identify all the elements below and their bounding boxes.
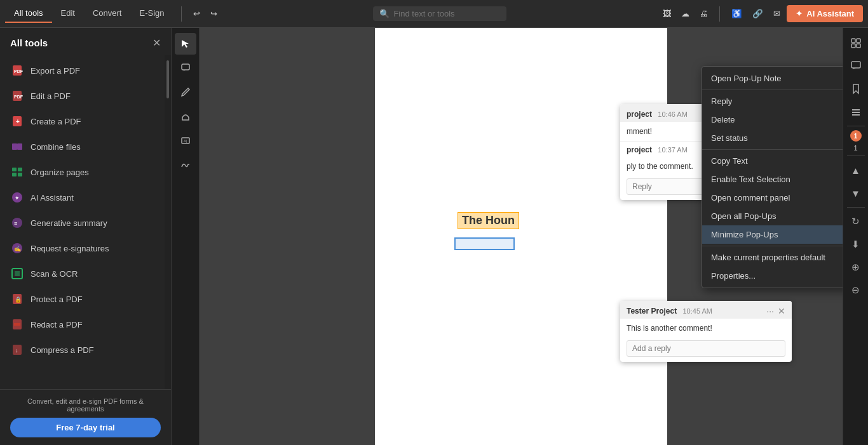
comment-card-2-more-button[interactable]: ··· <box>766 306 774 316</box>
ctx-set-status[interactable]: Set status › <box>702 129 843 147</box>
ctx-delete[interactable]: Delete <box>702 110 843 129</box>
comment-tool-button[interactable] <box>175 57 196 79</box>
svg-rect-36 <box>852 114 860 116</box>
svg-rect-6 <box>12 143 17 150</box>
export-pdf-icon: PDF <box>10 63 24 77</box>
undo-button[interactable]: ↩ <box>189 5 204 22</box>
nav-convert[interactable]: Convert <box>84 4 131 23</box>
link-icon-btn[interactable]: 🔗 <box>749 5 767 22</box>
ctx-reply[interactable]: Reply <box>702 92 843 110</box>
accessibility-icon-btn[interactable]: ♿ <box>728 5 746 22</box>
sidebar-title: All tools <box>10 37 48 48</box>
request-esignatures-icon: ✍ <box>10 241 24 255</box>
ctx-minimize-popups[interactable]: Minimize Pop-Ups Ctrl+7 <box>702 225 843 244</box>
topbar: All tools Edit Convert E-Sign ↩ ↪ 🔍 🖼 ☁ … <box>0 0 868 28</box>
ctx-properties[interactable]: Properties... <box>702 267 843 285</box>
sidebar-item-edit-pdf[interactable]: PDF Edit a PDF <box>0 83 165 109</box>
sidebar-item-label: Generative summary <box>31 218 107 228</box>
sidebar-item-scan-ocr[interactable]: Scan & OCR <box>0 261 165 286</box>
sidebar-scroll-thumb <box>166 60 169 98</box>
main-layout: All tools ✕ PDF Export a PDF PDF Edit a … <box>0 28 868 445</box>
sidebar-item-organize-pages[interactable]: Organize pages <box>0 159 165 185</box>
right-strip-download-button[interactable]: ⬇ <box>846 234 866 255</box>
svg-rect-23 <box>14 323 20 326</box>
email-icon-btn[interactable]: ✉ <box>770 5 784 22</box>
topbar-divider <box>181 6 182 22</box>
ctx-copy-text[interactable]: Copy Text <box>702 152 843 170</box>
print-icon-btn[interactable]: 🖨 <box>696 5 712 22</box>
ctx-open-all-popups[interactable]: Open all Pop-Ups <box>702 207 843 225</box>
sidebar-item-create-pdf[interactable]: + Create a PDF <box>0 109 165 134</box>
svg-rect-31 <box>851 44 855 48</box>
svg-rect-10 <box>12 173 17 176</box>
sidebar-item-label: Protect a PDF <box>31 295 83 304</box>
text-box-tool-button[interactable]: A| <box>175 130 196 151</box>
nav-edit[interactable]: Edit <box>52 4 84 23</box>
pdf-page: The Houn <box>375 28 667 445</box>
sidebar-header: All tools ✕ <box>0 28 171 55</box>
right-strip-scroll-up-button[interactable]: ▲ <box>846 160 866 180</box>
right-strip-zoom-in-button[interactable]: ⊕ <box>846 257 866 277</box>
sidebar-item-label: Combine files <box>31 142 81 152</box>
stamp-tool-button[interactable] <box>175 105 196 127</box>
sidebar-item-label: Create a PDF <box>31 117 81 126</box>
ctx-open-comment-panel[interactable]: Open comment panel <box>702 189 843 207</box>
sidebar-items-list: PDF Export a PDF PDF Edit a PDF + Create… <box>0 55 165 389</box>
ai-assistant-button[interactable]: ✦ AI Assistant <box>787 5 863 22</box>
right-strip-scroll-down-button[interactable]: ▼ <box>846 183 866 203</box>
search-icon: 🔍 <box>379 9 390 18</box>
comment-card-2-author: Tester Project <box>627 307 677 315</box>
comment-card-2-body: This is another comment! <box>620 319 792 338</box>
pen-tool-button[interactable] <box>175 81 196 103</box>
sidebar-item-redact-pdf[interactable]: Redact a PDF <box>0 312 165 337</box>
right-strip-comment-button[interactable] <box>846 56 866 76</box>
comment-card-2-reply-input[interactable] <box>627 340 785 357</box>
sidebar-item-request-esignatures[interactable]: ✍ Request e-signatures <box>0 236 165 261</box>
sidebar-item-ai-assistant[interactable]: ✦ AI Assistant <box>0 185 165 210</box>
nav-bar: All tools Edit Convert E-Sign <box>5 4 173 23</box>
sidebar-item-protect-pdf[interactable]: 🔒 Protect a PDF <box>0 286 165 312</box>
free-trial-button[interactable]: Free 7-day trial <box>10 418 161 437</box>
pdf-text-highlight: The Houn <box>458 212 519 229</box>
right-strip-layers-button[interactable] <box>846 102 866 122</box>
right-strip-thumbnail-button[interactable] <box>846 33 866 53</box>
ctx-enable-text-selection[interactable]: Enable Text Selection <box>702 170 843 189</box>
sidebar-item-export-pdf[interactable]: PDF Export a PDF <box>0 58 165 83</box>
redo-button[interactable]: ↪ <box>207 5 221 22</box>
protect-pdf-icon: 🔒 <box>10 292 24 306</box>
svg-text:🔒: 🔒 <box>15 296 22 303</box>
svg-rect-8 <box>12 168 17 171</box>
edit-pdf-icon: PDF <box>10 89 24 103</box>
svg-rect-9 <box>18 168 22 171</box>
comment-card-1-author-area: project 10:46 AM <box>627 110 688 119</box>
sidebar: All tools ✕ PDF Export a PDF PDF Edit a … <box>0 28 172 445</box>
sidebar-close-button[interactable]: ✕ <box>153 37 161 49</box>
select-tool-button[interactable] <box>175 33 196 55</box>
ctx-open-popup-note[interactable]: Open Pop-Up Note <box>702 69 843 88</box>
comment-card-2-author-area: Tester Project 10:45 AM <box>627 307 712 315</box>
comment-card-2-close-button[interactable]: ✕ <box>778 306 785 316</box>
nav-esign[interactable]: E-Sign <box>130 4 173 23</box>
sidebar-item-generative-summary[interactable]: ≡ Generative summary <box>0 210 165 236</box>
svg-text:↓: ↓ <box>15 347 18 354</box>
search-input[interactable] <box>393 9 500 18</box>
svg-rect-29 <box>851 39 855 43</box>
sidebar-item-label: Compress a PDF <box>31 345 94 355</box>
right-strip-zoom-out-button[interactable]: ⊖ <box>846 280 866 300</box>
ctx-make-default[interactable]: Make current properties default <box>702 248 843 267</box>
signature-draw-button[interactable] <box>175 154 196 175</box>
sidebar-scrollbar[interactable] <box>165 55 171 389</box>
right-strip-refresh-button[interactable]: ↻ <box>846 211 866 232</box>
portfolio-icon-btn[interactable]: 🖼 <box>659 5 675 22</box>
search-area: 🔍 <box>224 6 657 21</box>
svg-rect-30 <box>857 39 860 43</box>
comment-card-1-reply-time: 10:37 AM <box>658 146 687 154</box>
svg-rect-7 <box>17 143 22 150</box>
right-strip-bookmark-button[interactable] <box>846 79 866 99</box>
sidebar-item-combine-files[interactable]: Combine files <box>0 134 165 159</box>
cloud-icon-btn[interactable]: ☁ <box>677 5 693 22</box>
sidebar-item-label: Redact a PDF <box>31 320 83 329</box>
svg-text:PDF: PDF <box>14 69 24 74</box>
nav-all-tools[interactable]: All tools <box>5 4 52 23</box>
sidebar-item-compress-pdf[interactable]: ↓ Compress a PDF <box>0 337 165 362</box>
